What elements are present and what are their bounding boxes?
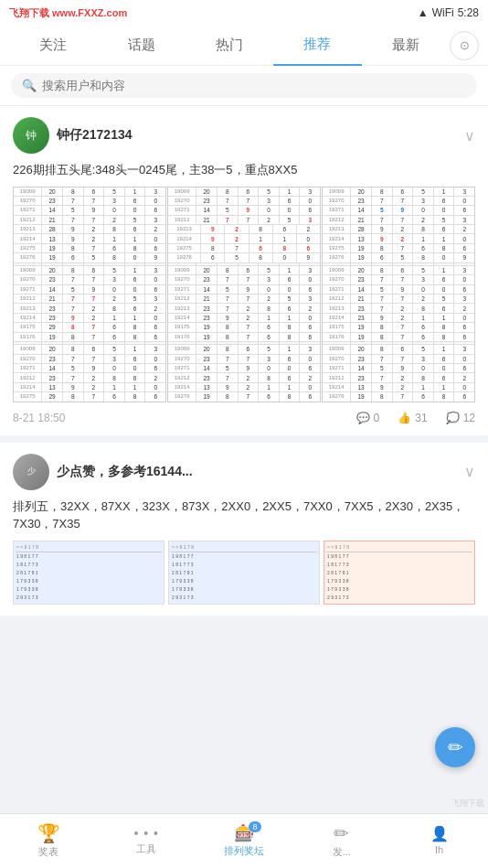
search-icon: 🔍 bbox=[22, 79, 37, 92]
bottom-watermark: 飞翔下载 bbox=[448, 796, 488, 811]
nav-item-hot[interactable]: 热门 bbox=[186, 26, 273, 66]
thumbnail-row-2: = = 9 1 7 8 1 9 8 1 7 7 1 8 1 7 7 3 2 8 … bbox=[13, 541, 475, 605]
tab-jackpot-label: 奖表 bbox=[38, 845, 58, 859]
jackpot-icon: 🏆 bbox=[37, 824, 60, 842]
thumb-3: = = 9 1 7 8 1 9 8 1 7 7 1 8 1 7 7 3 2 8 … bbox=[324, 541, 475, 605]
like-count-1: 31 bbox=[415, 412, 427, 424]
signal-icon: ▲ bbox=[418, 6, 429, 19]
chevron-down-icon-1[interactable]: ∨ bbox=[464, 127, 475, 145]
post-header-left-1: 钟 钟仔2172134 bbox=[13, 117, 133, 154]
tab-ranking-label: 排列奖坛 bbox=[224, 844, 264, 858]
like-icon-1: 👍 bbox=[398, 412, 411, 424]
wifi-icon: WiFi bbox=[432, 6, 454, 19]
like-action-1[interactable]: 👍 31 bbox=[398, 412, 427, 424]
publish-icon: ✏ bbox=[334, 824, 349, 842]
avatar-1: 钟 bbox=[13, 117, 49, 154]
tab-ranking[interactable]: 🎰 8 排列奖坛 bbox=[196, 814, 293, 868]
post-title-1: 226期排五头尾:348头一0245尾，主38一5，重点8XX5 bbox=[13, 161, 475, 179]
data-table-1: 190092086513 192702377360 192711459006 1… bbox=[13, 187, 475, 402]
tab-publish[interactable]: ✏ 发... bbox=[292, 814, 390, 868]
post-card-2: 少 少点赞，多参考16144... ∨ 排列五，32XX，87XX，323X，8… bbox=[0, 443, 488, 616]
reply-count-1: 12 bbox=[463, 412, 475, 424]
tab-jackpot[interactable]: 🏆 奖表 bbox=[0, 814, 98, 868]
username-1: 钟仔2172134 bbox=[57, 127, 133, 144]
thumb-1: = = 9 1 7 8 1 9 8 1 7 7 1 8 1 7 7 3 2 8 … bbox=[13, 541, 164, 605]
top-navigation: 关注 话题 热门 推荐 最新 ⊙ bbox=[0, 26, 488, 66]
nav-item-latest[interactable]: 最新 bbox=[362, 26, 450, 66]
edit-icon: ✏ bbox=[448, 736, 463, 758]
tools-icon: • • • bbox=[133, 827, 158, 840]
thumb-2: = = 9 1 7 8 1 9 8 1 7 7 1 8 1 7 7 3 2 8 … bbox=[168, 541, 320, 605]
reply-action-1[interactable]: 💭 12 bbox=[446, 412, 475, 424]
tab-ih-label: Ih bbox=[435, 844, 443, 855]
nav-search-button[interactable]: ⊙ bbox=[450, 31, 479, 60]
tab-tools-label: 工具 bbox=[136, 842, 156, 856]
avatar-2: 少 bbox=[13, 454, 49, 490]
tab-tools[interactable]: • • • 工具 bbox=[98, 814, 196, 868]
ih-icon: 👤 bbox=[430, 827, 449, 841]
ranking-badge: 8 bbox=[249, 821, 261, 832]
fab-edit-button[interactable]: ✏ bbox=[435, 727, 475, 767]
comment-icon-1: 💬 bbox=[356, 412, 370, 424]
status-bar: 飞翔下载 www.FXXZ.com ▲ WiFi 5:28 bbox=[0, 0, 488, 26]
search-circle-icon: ⊙ bbox=[460, 38, 470, 52]
search-bar: 🔍 bbox=[0, 66, 488, 106]
post-header-2: 少 少点赞，多参考16144... ∨ bbox=[13, 454, 475, 490]
comment-count-1: 0 bbox=[374, 412, 380, 424]
nav-item-follow[interactable]: 关注 bbox=[9, 26, 97, 66]
reply-icon-1: 💭 bbox=[446, 412, 460, 424]
post-actions-1: 💬 0 👍 31 💭 12 bbox=[356, 412, 475, 424]
nav-item-topic[interactable]: 话题 bbox=[97, 26, 185, 66]
post-card-1: 钟 钟仔2172134 ∨ 226期排五头尾:348头一0245尾，主38一5，… bbox=[0, 106, 488, 435]
post-footer-1: 8-21 18:50 💬 0 👍 31 💭 12 bbox=[13, 412, 475, 424]
bottom-tab-bar: 🏆 奖表 • • • 工具 🎰 8 排列奖坛 ✏ 发... 👤 Ih bbox=[0, 813, 488, 868]
comment-action-1[interactable]: 💬 0 bbox=[356, 412, 380, 424]
status-right: ▲ WiFi 5:28 bbox=[418, 6, 479, 19]
username-2: 少点赞，多参考16144... bbox=[57, 464, 193, 480]
post-header-1: 钟 钟仔2172134 ∨ bbox=[13, 117, 475, 154]
time-display: 5:28 bbox=[458, 6, 479, 19]
search-input[interactable] bbox=[42, 79, 466, 92]
feed-container: 钟 钟仔2172134 ∨ 226期排五头尾:348头一0245尾，主38一5，… bbox=[0, 106, 488, 685]
dt-panel-1: 190092086513 192702377360 192711459006 1… bbox=[13, 187, 166, 402]
dt-panel-3: 190092086513 192702377360 192711459006 1… bbox=[322, 187, 475, 402]
post-header-left-2: 少 少点赞，多参考16144... bbox=[13, 454, 193, 490]
post-timestamp-1: 8-21 18:50 bbox=[13, 412, 65, 424]
watermark-text: 飞翔下载 www.FXXZ.com bbox=[9, 6, 127, 20]
tab-ranking-badge-wrap: 🎰 8 bbox=[234, 825, 254, 841]
dt-panel-2: 190092086513 192702377360 192711459006 1… bbox=[167, 187, 321, 402]
tab-ih[interactable]: 👤 Ih bbox=[390, 814, 488, 868]
chevron-down-icon-2[interactable]: ∨ bbox=[464, 463, 475, 480]
post-title-2: 排列五，32XX，87XX，323X，873X，2XX0，2XX5，7XX0，7… bbox=[13, 498, 475, 533]
nav-item-recommend[interactable]: 推荐 bbox=[273, 26, 361, 66]
search-input-wrap[interactable]: 🔍 bbox=[11, 73, 477, 98]
tab-publish-label: 发... bbox=[333, 845, 351, 859]
